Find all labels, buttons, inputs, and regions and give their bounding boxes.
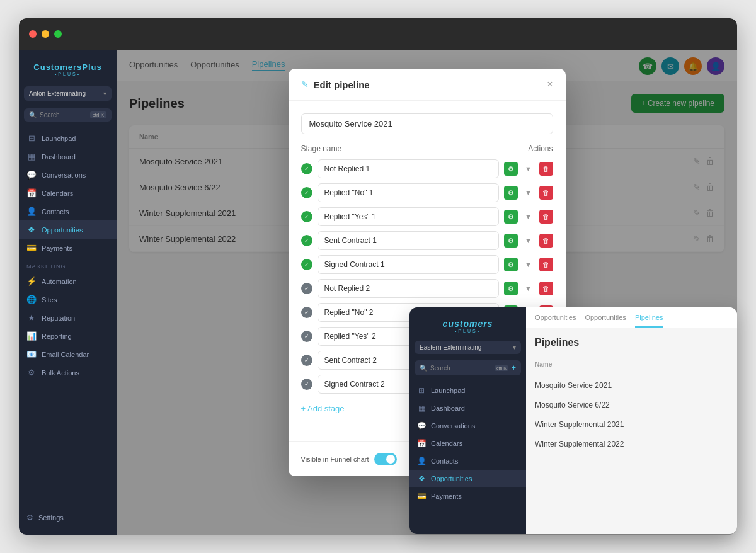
sidebar-label-payments: Payments xyxy=(42,244,72,252)
browser-minimize[interactable] xyxy=(42,30,49,38)
stage-settings-5[interactable]: ⚙ xyxy=(504,282,518,295)
float-tab-pipelines[interactable]: Pipelines xyxy=(635,314,663,328)
sidebar-item-opportunities[interactable]: ❖ Opportunities xyxy=(19,220,117,239)
browser-close[interactable] xyxy=(29,30,37,38)
stage-filter-3[interactable]: ▼ xyxy=(522,234,536,248)
float-logo-text: customers xyxy=(417,319,518,329)
sidebar-settings[interactable]: ⚙ Settings xyxy=(19,508,117,527)
float-search-plus-icon[interactable]: + xyxy=(512,363,516,372)
stage-actions-2: ⚙ ▼ 🗑 xyxy=(504,210,553,224)
stage-input-0[interactable] xyxy=(318,159,499,178)
logo-text: CustomersPlus xyxy=(26,62,109,72)
float-table-row-0[interactable]: Mosquito Service 2021 xyxy=(535,376,728,396)
stage-delete-5[interactable]: 🗑 xyxy=(539,282,553,295)
pipeline-name-input[interactable] xyxy=(301,113,553,134)
stage-filter-2[interactable]: ▼ xyxy=(522,210,536,224)
stage-delete-3[interactable]: 🗑 xyxy=(539,234,553,248)
main-sidebar: CustomersPlus •PLUS• Anton Exterminating… xyxy=(19,50,117,535)
float-table-row-2[interactable]: Winter Supplemental 2021 xyxy=(535,415,728,435)
modal-close-button[interactable]: × xyxy=(547,79,553,90)
stage-filter-4[interactable]: ▼ xyxy=(522,258,536,271)
float-nav-calendars[interactable]: 📅 Calendars xyxy=(410,435,526,452)
email-calendar-icon: 📧 xyxy=(26,350,37,359)
sidebar-item-reputation[interactable]: ★ Reputation xyxy=(19,309,117,327)
funnel-toggle-group: Visible in Funnel chart xyxy=(301,453,397,465)
float-nav-dashboard[interactable]: ▦ Dashboard xyxy=(410,399,526,417)
sidebar-item-email-calendar[interactable]: 📧 Email Calendar xyxy=(19,345,117,363)
stage-settings-0[interactable]: ⚙ xyxy=(504,162,518,176)
stage-settings-4[interactable]: ⚙ xyxy=(504,258,518,271)
float-contacts-icon: 👤 xyxy=(417,457,426,465)
float-table-row-1[interactable]: Mosquito Service 6/22 xyxy=(535,396,728,415)
float-account-selector[interactable]: Eastern Exterminating ▾ xyxy=(415,341,521,354)
stage-settings-2[interactable]: ⚙ xyxy=(504,210,518,224)
stage-settings-1[interactable]: ⚙ xyxy=(504,186,518,200)
stage-delete-2[interactable]: 🗑 xyxy=(539,210,553,224)
sidebar-item-payments[interactable]: 💳 Payments xyxy=(19,239,117,257)
stage-delete-4[interactable]: 🗑 xyxy=(539,258,553,271)
stage-check-1: ✓ xyxy=(301,187,312,198)
sidebar-item-automation[interactable]: ⚡ Automation xyxy=(19,272,117,290)
sidebar-label-opportunities: Opportunities xyxy=(42,226,83,234)
stage-filter-0[interactable]: ▼ xyxy=(522,162,536,176)
sidebar-nav: ⊞ Launchpad ▦ Dashboard 💬 Conversations … xyxy=(19,129,117,508)
sidebar-item-calendars[interactable]: 📅 Calendars xyxy=(19,184,117,202)
stage-settings-3[interactable]: ⚙ xyxy=(504,234,518,248)
stage-check-8: ✓ xyxy=(301,355,312,366)
float-tab-opportunities[interactable]: Opportunities xyxy=(535,314,576,328)
browser-maximize[interactable] xyxy=(54,30,62,38)
sidebar-item-conversations[interactable]: 💬 Conversations xyxy=(19,166,117,184)
sidebar-account-selector[interactable]: Anton Exterminating ▾ xyxy=(24,86,112,101)
stage-header-row: Stage name Actions xyxy=(301,144,553,153)
float-launchpad-icon: ⊞ xyxy=(417,386,426,395)
edit-pencil-icon: ✎ xyxy=(301,79,309,89)
sidebar-item-bulk-actions[interactable]: ⚙ Bulk Actions xyxy=(19,363,117,382)
stage-input-5[interactable] xyxy=(318,279,499,298)
stage-actions-5: ⚙ ▼ 🗑 xyxy=(504,282,553,295)
sidebar-item-reporting[interactable]: 📊 Reporting xyxy=(19,327,117,345)
float-nav-contacts[interactable]: 👤 Contacts xyxy=(410,452,526,470)
stage-input-2[interactable] xyxy=(318,207,499,226)
add-stage-label: + Add stage xyxy=(301,404,345,413)
stage-check-6: ✓ xyxy=(301,307,312,318)
conversations-icon: 💬 xyxy=(26,170,37,180)
float-tab-opportunities2[interactable]: Opportunities xyxy=(585,314,626,328)
float-conversations-icon: 💬 xyxy=(417,421,426,430)
sidebar-label-conversations: Conversations xyxy=(42,171,86,179)
stage-input-3[interactable] xyxy=(318,231,499,250)
sidebar-search[interactable]: 🔍 Search ctrl K xyxy=(24,108,112,122)
sidebar-logo: CustomersPlus •PLUS• xyxy=(19,57,117,86)
float-sidebar: customers •PLUS• Eastern Exterminating ▾… xyxy=(410,307,526,534)
float-table-row-3[interactable]: Winter Supplemental 2022 xyxy=(535,435,728,454)
search-placeholder: Search xyxy=(40,111,60,118)
float-nav-conversations[interactable]: 💬 Conversations xyxy=(410,417,526,435)
funnel-toggle-label: Visible in Funnel chart xyxy=(301,455,369,463)
sidebar-item-dashboard[interactable]: ▦ Dashboard xyxy=(19,147,117,166)
float-page-title: Pipelines xyxy=(535,337,728,348)
float-top-nav: Opportunities Opportunities Pipelines xyxy=(526,307,737,328)
stage-filter-1[interactable]: ▼ xyxy=(522,186,536,200)
float-nav-payments[interactable]: 💳 Payments xyxy=(410,487,526,505)
sidebar-item-sites[interactable]: 🌐 Sites xyxy=(19,290,117,309)
float-nav-opportunities[interactable]: ❖ Opportunities xyxy=(410,470,526,487)
sidebar-label-reporting: Reporting xyxy=(42,333,72,340)
stage-row-1: ✓ ⚙ ▼ 🗑 xyxy=(301,183,553,202)
stage-actions-3: ⚙ ▼ 🗑 xyxy=(504,234,553,248)
stage-delete-1[interactable]: 🗑 xyxy=(539,186,553,200)
stage-input-1[interactable] xyxy=(318,183,499,202)
modal-header: ✎ Edit pipeline × xyxy=(289,69,566,101)
float-search-placeholder: Search xyxy=(430,365,450,372)
float-label-contacts: Contacts xyxy=(431,457,458,465)
float-nav-launchpad[interactable]: ⊞ Launchpad xyxy=(410,382,526,399)
funnel-toggle[interactable] xyxy=(374,453,397,465)
stage-input-4[interactable] xyxy=(318,255,499,274)
sidebar-item-contacts[interactable]: 👤 Contacts xyxy=(19,202,117,220)
stage-delete-0[interactable]: 🗑 xyxy=(539,162,553,176)
float-search[interactable]: 🔍 Search ctrl K + xyxy=(415,360,521,375)
float-table-header: Name xyxy=(535,357,728,372)
stage-filter-5[interactable]: ▼ xyxy=(522,282,536,295)
float-search-icon: 🔍 xyxy=(420,365,427,372)
stage-check-3: ✓ xyxy=(301,235,312,246)
launchpad-icon: ⊞ xyxy=(26,134,37,143)
sidebar-item-launchpad[interactable]: ⊞ Launchpad xyxy=(19,129,117,147)
